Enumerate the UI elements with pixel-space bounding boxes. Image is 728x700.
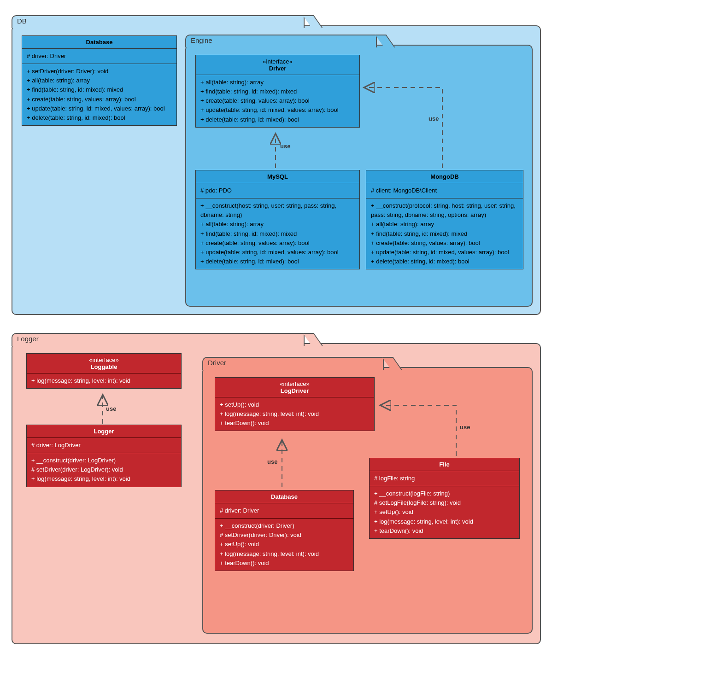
package-db-label: DB xyxy=(17,17,27,25)
class-title: «interface»Driver xyxy=(196,55,359,75)
package-engine-label: Engine xyxy=(191,36,212,44)
class-title: MySQL xyxy=(196,170,359,183)
class-ops: + setDriver(driver: Driver): void+ all(t… xyxy=(22,64,176,125)
class-logger: Logger # driver: LogDriver + __construct… xyxy=(26,425,182,487)
class-name: Driver xyxy=(269,65,287,72)
package-driver: Driver «interface»LogDriver + setUp(): v… xyxy=(202,367,533,634)
class-logdriver: «interface»LogDriver + setUp(): void+ lo… xyxy=(215,377,375,431)
class-ops: + __construct(driver: Driver)# setDriver… xyxy=(215,519,353,571)
package-logger: Logger «interface»Loggable + log(message… xyxy=(12,343,541,644)
class-attrs: # driver: Driver xyxy=(22,49,176,64)
use-label: use xyxy=(460,424,470,431)
class-attrs: # logFile: string xyxy=(370,471,519,486)
class-mongodb: MongoDB # client: MongoDB\Client + __con… xyxy=(366,170,523,269)
class-title: MongoDB xyxy=(366,170,523,183)
class-attrs: # driver: LogDriver xyxy=(27,438,181,453)
use-label: use xyxy=(106,405,116,412)
class-ops: + all(table: string): array+ find(table:… xyxy=(196,75,359,127)
class-ops: + log(message: string, level: int): void xyxy=(27,373,181,388)
class-ops: + __construct(host: string, user: string… xyxy=(196,198,359,269)
class-name: LogDriver xyxy=(281,387,309,394)
stereotype: «interface» xyxy=(89,356,118,363)
package-engine: Engine «interface»Driver + all(table: st… xyxy=(185,45,533,307)
class-ops: + __construct(protocol: string, host: st… xyxy=(366,198,523,269)
class-title: File xyxy=(370,458,519,471)
class-title: Logger xyxy=(27,425,181,438)
class-log-database: Database # driver: Driver + __construct(… xyxy=(215,490,354,571)
package-driver-label: Driver xyxy=(208,359,226,367)
class-database: Database # driver: Driver + setDriver(dr… xyxy=(22,35,177,126)
package-db-tab: DB xyxy=(12,15,305,28)
class-ops: + __construct(driver: LogDriver)# setDri… xyxy=(27,453,181,486)
class-ops: + setUp(): void+ log(message: string, le… xyxy=(215,397,374,431)
package-driver-tab: Driver xyxy=(202,357,384,370)
stereotype: «interface» xyxy=(263,58,292,65)
class-mysql: MySQL # pdo: PDO + __construct(host: str… xyxy=(195,170,360,269)
use-label: use xyxy=(267,458,277,465)
class-attrs: # client: MongoDB\Client xyxy=(366,183,523,198)
class-driver: «interface»Driver + all(table: string): … xyxy=(195,55,360,128)
class-loggable: «interface»Loggable + log(message: strin… xyxy=(26,353,182,389)
class-ops: + __construct(logFile: string)# setLogFi… xyxy=(370,486,519,538)
package-engine-tab: Engine xyxy=(185,35,377,47)
class-attrs: # driver: Driver xyxy=(215,503,353,519)
package-db: DB Database # driver: Driver + setDriver… xyxy=(12,25,541,315)
class-title: «interface»Loggable xyxy=(27,354,181,373)
stereotype: «interface» xyxy=(280,380,309,387)
class-attrs: # pdo: PDO xyxy=(196,183,359,198)
class-title: «interface»LogDriver xyxy=(215,378,374,397)
class-title: Database xyxy=(22,36,176,49)
use-label: use xyxy=(429,115,439,122)
class-name: Loggable xyxy=(91,363,117,370)
class-file: File # logFile: string + __construct(log… xyxy=(369,458,520,539)
package-logger-label: Logger xyxy=(17,335,39,343)
use-label: use xyxy=(280,143,290,150)
class-title: Database xyxy=(215,490,353,503)
package-logger-tab: Logger xyxy=(12,333,305,346)
